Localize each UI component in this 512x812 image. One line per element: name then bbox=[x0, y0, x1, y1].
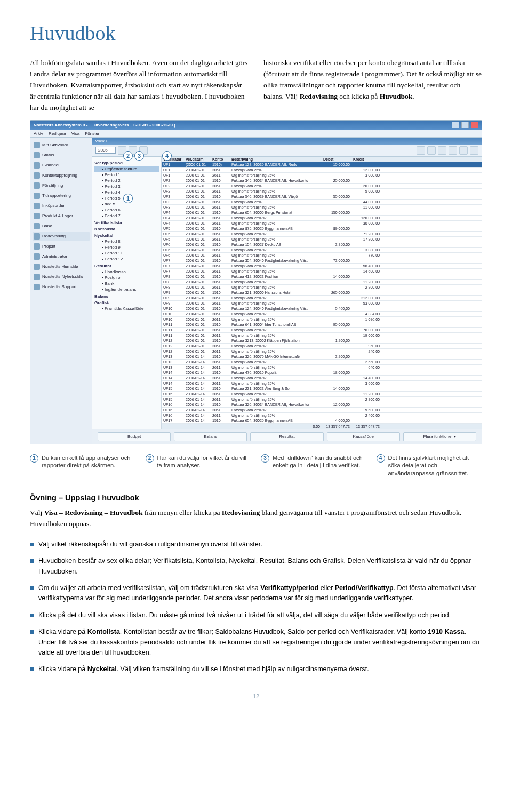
tree-section-head[interactable]: Ver.typ/period bbox=[94, 161, 159, 165]
grid-row[interactable]: UF22006-01-011510Faktura 345, 30034 BAND… bbox=[162, 178, 482, 184]
grid-row[interactable]: UF42006-01-011510Faktura 654, 30006 Berg… bbox=[162, 210, 482, 216]
grid-row[interactable]: UF12006-01-013051Försäljn vara 25%12 000… bbox=[162, 168, 482, 173]
grid-row[interactable]: UF162006-01-143051Försäljn vara 25% sv9 … bbox=[162, 408, 482, 413]
tree-item[interactable]: • Utgående faktura bbox=[94, 166, 159, 172]
grid-row[interactable]: UF62006-01-011510Faktura 154, 30027 Deck… bbox=[162, 242, 482, 248]
menu-item[interactable]: Fönster bbox=[85, 131, 99, 136]
grid-row[interactable]: UF102006-01-011510Faktura 124, 30040 Fas… bbox=[162, 306, 482, 312]
grid-row[interactable]: UF52006-01-012611Utg moms försäljning 25… bbox=[162, 237, 482, 242]
grid-row[interactable]: UF62006-01-013051Försäljn vara 25% sv3 0… bbox=[162, 248, 482, 253]
grid-row[interactable]: UF122006-01-013051Försäljn vara 25% sv96… bbox=[162, 344, 482, 349]
sidebar-item[interactable]: Kontaktuppföljning bbox=[33, 171, 90, 180]
sidebar-item[interactable]: Norstedts Nyhetssida bbox=[33, 272, 90, 282]
toolbar-button[interactable] bbox=[449, 146, 457, 155]
tree-item[interactable]: • Period 8 bbox=[94, 238, 159, 244]
col-header[interactable]: Konto bbox=[211, 157, 230, 162]
sidebar-item[interactable]: Administrator bbox=[33, 252, 90, 261]
menu-item[interactable]: Visa bbox=[71, 131, 79, 136]
grid-row[interactable]: UF72006-01-012611Utg moms försäljning 25… bbox=[162, 269, 482, 274]
toolbar-button[interactable] bbox=[459, 146, 468, 155]
grid-row[interactable]: UF172006-01-141510Faktura 654, 30025 Byg… bbox=[162, 418, 482, 424]
grid-row[interactable]: UF112006-01-012611Utg moms försäljning 2… bbox=[162, 333, 482, 338]
toolbar-button[interactable] bbox=[417, 146, 425, 155]
tree-item[interactable]: • Handkassa bbox=[94, 269, 159, 275]
tree-item[interactable]: • Ingående balans bbox=[94, 286, 159, 292]
maximize-icon[interactable] bbox=[461, 122, 469, 128]
tab-resultat[interactable]: Resultat bbox=[250, 432, 323, 441]
grid-row[interactable]: UF112006-01-011510Faktura 641, 30004 Idr… bbox=[162, 322, 482, 328]
minimize-icon[interactable] bbox=[452, 122, 459, 128]
menu-item[interactable]: Redigera bbox=[49, 131, 66, 136]
year-select[interactable]: 2006 bbox=[95, 147, 116, 154]
grid-row[interactable]: UF72006-01-011510Faktura 354, 30040 Fast… bbox=[162, 258, 482, 264]
grid-row[interactable]: UF162006-01-142611Utg moms försäljning 2… bbox=[162, 413, 482, 418]
tree-item[interactable]: • Period 3 bbox=[94, 184, 159, 189]
grid-row[interactable]: UF82006-01-013051Försäljn vara 25% sv11 … bbox=[162, 280, 482, 285]
menubar[interactable]: Arkiv Redigera Visa Fönster bbox=[30, 130, 482, 138]
tree-item[interactable]: • Period 2 bbox=[94, 178, 159, 184]
grid-row[interactable]: UF102006-01-013051Försäljn vara 25% sv4 … bbox=[162, 312, 482, 317]
grid-row[interactable]: UF132006-01-143051Försäljn vara 25% sv2 … bbox=[162, 360, 482, 365]
close-icon[interactable] bbox=[471, 122, 478, 128]
tree-item[interactable]: • Period 1 bbox=[94, 172, 159, 178]
sidebar-item[interactable]: Inköpsorder bbox=[33, 201, 90, 211]
grid-row[interactable]: UF22006-01-013051Försäljn vara 25%20 000… bbox=[162, 184, 482, 189]
grid-row[interactable]: UF1(2006-01-011510)Faktura 123, 30036 BA… bbox=[162, 162, 482, 168]
tree-section-head[interactable]: Balans bbox=[94, 294, 159, 299]
tree-section-head[interactable]: Grafisk bbox=[94, 300, 159, 305]
tree-item[interactable]: • Postgiro bbox=[94, 275, 159, 281]
grid-row[interactable]: UF122006-01-012611Utg moms försäljning 2… bbox=[162, 349, 482, 354]
sidebar-item[interactable]: Projekt bbox=[33, 242, 90, 251]
grid-row[interactable]: UF22006-01-012611Utg moms försäljning 25… bbox=[162, 189, 482, 194]
grid-row[interactable]: UF42006-01-013051Försäljn vara 25% sv120… bbox=[162, 216, 482, 221]
tab-balans[interactable]: Balans bbox=[174, 432, 247, 441]
tree-section-head[interactable]: Kontolista bbox=[94, 227, 159, 232]
grid-row[interactable]: UF152006-01-143051Försäljn vara 25% sv11… bbox=[162, 392, 482, 397]
col-header[interactable]: Debet bbox=[322, 157, 351, 162]
grid-row[interactable]: UF122006-01-011510Faktura 3213, 30002 Kl… bbox=[162, 338, 482, 344]
toolbar-button[interactable] bbox=[427, 146, 436, 155]
tab-functions[interactable]: Flera funktioner ▾ bbox=[403, 432, 476, 441]
tree-item[interactable]: • Period 7 bbox=[94, 213, 159, 219]
grid-row[interactable]: UF82006-01-011510Faktura 412, 30023 Fush… bbox=[162, 274, 482, 280]
grid-row[interactable]: UF62006-01-012611Utg moms försäljning 25… bbox=[162, 253, 482, 258]
col-header[interactable]: Beskrivning bbox=[230, 157, 322, 162]
grid-row[interactable]: UF142006-01-142611Utg moms försäljning 2… bbox=[162, 381, 482, 386]
sidebar-item[interactable]: Tidrapportering bbox=[33, 191, 90, 201]
grid-row[interactable]: UF92006-01-013051Försäljn vara 25% sv212… bbox=[162, 296, 482, 301]
sidebar-item[interactable]: Försäljning bbox=[33, 181, 90, 190]
grid-row[interactable]: UF92006-01-012611Utg moms försäljning 25… bbox=[162, 301, 482, 306]
sidebar-item[interactable]: E-handel bbox=[33, 161, 90, 170]
grid-row[interactable]: UF72006-01-013051Försäljn vara 25% sv58 … bbox=[162, 264, 482, 269]
sidebar-item[interactable]: Status bbox=[33, 150, 90, 160]
grid-row[interactable]: UF142006-01-141510Faktura 476, 30016 Pop… bbox=[162, 370, 482, 376]
sidebar-item[interactable]: Redovisning bbox=[33, 232, 90, 241]
grid-row[interactable]: UF32006-01-013051Försäljn vara 25%44 000… bbox=[162, 200, 482, 205]
grid-row[interactable]: UF32006-01-011510Faktura 546, 30039 BAND… bbox=[162, 194, 482, 200]
grid-row[interactable]: UF152006-01-141510Faktura 231, 30023 Åke… bbox=[162, 386, 482, 392]
grid-row[interactable]: UF112006-01-013051Försäljn vara 25% sv76… bbox=[162, 328, 482, 333]
tree-item[interactable]: • Period 12 bbox=[94, 256, 159, 262]
col-header[interactable]: Ver.datum bbox=[184, 157, 211, 162]
col-header[interactable]: Kredit bbox=[351, 157, 381, 162]
grid-row[interactable]: UF52006-01-011510Faktura 875, 30025 Bygg… bbox=[162, 226, 482, 232]
menu-item[interactable]: Arkiv bbox=[34, 131, 43, 136]
tab-kassaflode[interactable]: Kassaflöde bbox=[327, 432, 400, 441]
grid-row[interactable]: UF102006-01-012611Utg moms försäljning 2… bbox=[162, 317, 482, 322]
tree-section-head[interactable]: Verifikatslista bbox=[94, 220, 159, 225]
tree-item[interactable]: • Period 6 bbox=[94, 207, 159, 213]
grid-row[interactable]: UF82006-01-012611Utg moms försäljning 25… bbox=[162, 285, 482, 290]
grid-row[interactable]: UF52006-01-013051Försäljn vara 25% sv71 … bbox=[162, 232, 482, 237]
tree-item[interactable]: • Period 9 bbox=[94, 244, 159, 250]
grid-row[interactable]: UF92006-01-011510Faktura 321, 30000 Hans… bbox=[162, 290, 482, 296]
grid-row[interactable]: UF12006-01-012611Utg moms försäljning 25… bbox=[162, 173, 482, 178]
grid-row[interactable]: UF132006-01-141510Faktura 326, 30076 MAN… bbox=[162, 354, 482, 360]
grid-row[interactable]: UF42006-01-012611Utg moms försäljning 25… bbox=[162, 221, 482, 226]
toolbar-button[interactable] bbox=[438, 146, 446, 155]
sidebar-item[interactable]: Produkt & Lager bbox=[33, 211, 90, 221]
sidebar-item[interactable]: Bank bbox=[33, 221, 90, 231]
tree-item[interactable]: • Bank bbox=[94, 281, 159, 286]
sidebar-item[interactable]: Mitt Skrivbord bbox=[33, 140, 90, 150]
sidebar-item[interactable]: Norstedts Hemsida bbox=[33, 262, 90, 272]
tree-section-head[interactable]: Nyckeltal bbox=[94, 233, 159, 238]
